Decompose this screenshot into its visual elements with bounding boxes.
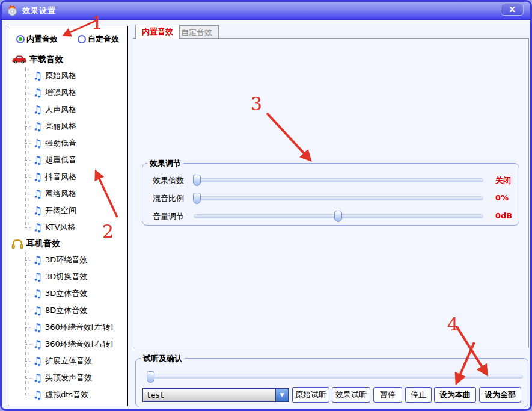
tree-item-label: 开阔空间 [45,205,76,216]
music-note-icon: ♫ [31,372,43,383]
slider-thumb[interactable] [193,193,201,204]
preview-confirm-group: 试听及确认 test ▼ 原始试听效果试听暂停停止设为本曲设为全部 [135,358,528,407]
tree-item[interactable]: ♫扩展立体音效 [8,353,127,369]
tree-item-label: 原始风格 [45,70,76,81]
headphone-effect-list: ♫3D环绕音效♫3D切换音效♫3D立体音效♫8D立体音效♫360环绕音效[左转]… [8,252,127,403]
music-note-icon: ♫ [31,222,43,233]
app-disc-icon [7,5,18,16]
tree-item[interactable]: ♫抖音风格 [8,168,127,185]
effect-multiplier-value: 关闭 [495,175,511,186]
effect-multiplier-slider[interactable] [194,178,483,182]
tree-item[interactable]: ♫头顶发声音效 [8,369,127,386]
tree-item[interactable]: ♫3D切换音效 [8,268,127,285]
tree-item-label: 增强风格 [45,87,76,98]
effects-tree: 车载音效 ♫原始风格♫增强风格♫人声风格♫亮丽风格♫强劲低音♫超重低音♫抖音风格… [8,52,127,406]
slider-thumb[interactable] [193,175,201,186]
volume-adjust-slider[interactable] [194,214,483,218]
tree-item[interactable]: ♫亮丽风格 [8,118,127,135]
tree-item-label: 8D立体音效 [45,305,87,316]
tree-item-label: 扩展立体音效 [45,356,92,366]
music-note-icon: ♫ [31,138,43,149]
tree-item-label: 3D切换音效 [45,271,87,282]
music-note-icon: ♫ [31,288,43,299]
car-icon [11,55,26,64]
music-note-icon: ♫ [31,172,43,182]
tree-item-label: 超重低音 [45,155,76,165]
radio-selected-icon [16,35,25,43]
tree-item[interactable]: ♫8D立体音效 [8,302,127,319]
tree-item[interactable]: ♫强劲低音 [8,135,127,152]
music-note-icon: ♫ [31,87,43,98]
tree-item-label: 头顶发声音效 [45,372,92,383]
effect-settings-dialog: 效果设置 X 内置音效 自定音效 [0,0,532,411]
music-note-icon: ♫ [31,389,43,400]
radio-custom-effects[interactable]: 自定音效 [78,34,119,45]
tree-item-label: 人声风格 [45,104,76,115]
music-note-icon: ♫ [31,322,43,333]
tree-header-car[interactable]: 车载音效 [8,52,127,67]
tree-header-headphones[interactable]: 耳机音效 [8,236,127,252]
radio-unselected-icon [78,35,86,43]
tree-item[interactable]: ♫人声风格 [8,101,127,118]
music-note-icon: ♫ [31,205,43,216]
tree-item-label: 网络风格 [45,188,76,199]
tree-item[interactable]: ♫网络风格 [8,185,127,202]
mix-ratio-value: 0% [495,193,509,202]
tree-item[interactable]: ♫原始风格 [8,67,127,84]
tree-item-label: 抖音风格 [45,172,76,182]
slider-thumb[interactable] [334,211,342,222]
effect-multiplier-row: 效果倍数 关闭 [142,173,519,187]
volume-adjust-value: 0dB [495,211,512,220]
tab-builtin-effects[interactable]: 内置音效 [135,25,180,39]
tree-item-label: 亮丽风格 [45,121,76,132]
set-current-song-button[interactable]: 设为本曲 [434,387,476,403]
tree-item[interactable]: ♫超重低音 [8,152,127,168]
effects-sidebar: 内置音效 自定音效 车载音效 ♫原始风格♫增强风格 [8,26,128,406]
set-all-songs-button[interactable]: 设为全部 [479,387,521,403]
tree-section-car: 车载音效 ♫原始风格♫增强风格♫人声风格♫亮丽风格♫强劲低音♫超重低音♫抖音风格… [8,52,127,236]
mix-ratio-row: 混音比例 0% [142,191,519,205]
titlebar: 效果设置 X [2,2,530,20]
music-note-icon: ♫ [31,305,43,316]
tree-item-label: 虚拟dts音效 [45,389,88,400]
music-note-icon: ♫ [31,339,43,350]
tree-item-label: 3D立体音效 [45,288,87,299]
volume-adjust-row: 音量调节 0dB [142,209,519,223]
music-note-icon: ♫ [31,255,43,265]
music-note-icon: ♫ [31,121,43,132]
close-button[interactable]: X [501,4,524,16]
effect-adjust-group: 效果调节 效果倍数 关闭 混音比例 0% 音量调节 0dB [142,163,519,226]
radio-builtin-effects[interactable]: 内置音效 [16,34,58,45]
music-note-icon: ♫ [31,155,43,165]
window-title: 效果设置 [22,5,56,16]
tree-item-label: 360环绕音效[右转] [45,339,113,350]
effect-adjust-group-title: 效果调节 [147,158,183,169]
tree-item-label: 强劲低音 [45,138,76,149]
mix-ratio-slider[interactable] [194,196,483,200]
music-note-icon: ♫ [31,271,43,282]
effect-listen-button[interactable]: 效果试听 [332,387,370,403]
stop-button[interactable]: 停止 [405,387,432,403]
preview-buttons-row: 原始试听效果试听暂停停止设为本曲设为全部 [136,359,528,407]
tree-item[interactable]: ♫KTV风格 [8,219,127,236]
original-listen-button[interactable]: 原始试听 [292,387,329,403]
tree-item-label: 360环绕音效[左转] [45,322,113,333]
music-note-icon: ♫ [31,70,43,81]
tree-item[interactable]: ♫开阔空间 [8,202,127,219]
music-note-icon: ♫ [31,188,43,199]
tree-item[interactable]: ♫360环绕音效[左转] [8,319,127,336]
pause-button[interactable]: 暂停 [373,387,402,403]
tree-item-label: KTV风格 [45,222,75,233]
tree-item[interactable]: ♫增强风格 [8,84,127,101]
music-note-icon: ♫ [31,104,43,115]
tree-item-label: 3D环绕音效 [45,255,87,265]
music-note-icon: ♫ [31,356,43,366]
tree-item[interactable]: ♫360环绕音效[右转] [8,336,127,353]
car-effect-list: ♫原始风格♫增强风格♫人声风格♫亮丽风格♫强劲低音♫超重低音♫抖音风格♫网络风格… [8,67,127,236]
tree-item[interactable]: ♫3D立体音效 [8,285,127,302]
tree-item[interactable]: ♫虚拟dts音效 [8,386,127,403]
tree-section-headphones: 耳机音效 ♫3D环绕音效♫3D切换音效♫3D立体音效♫8D立体音效♫360环绕音… [8,236,127,403]
tree-item[interactable]: ♫3D环绕音效 [8,252,127,268]
tab-custom-effects[interactable]: 自定音效 [174,25,219,39]
effect-source-radio-group: 内置音效 自定音效 [8,26,127,51]
